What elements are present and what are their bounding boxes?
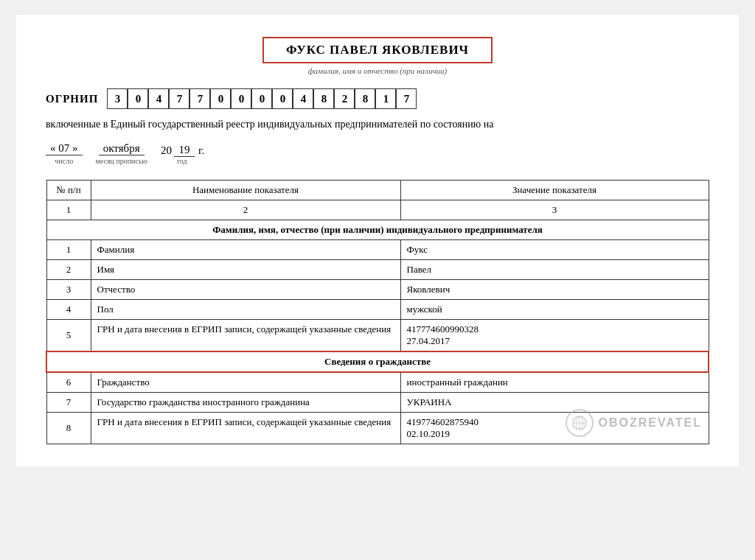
row7-name: Государство гражданства иностранного гра… (91, 393, 400, 413)
section1-header-cell: Фамилия, имя, отчество (при наличии) инд… (46, 220, 709, 240)
watermark-text: OBOZREVATEL (598, 416, 702, 430)
row1-value: Фукс (400, 240, 709, 260)
date-section: « 07 » число октября месяц прописью 20 1… (46, 142, 709, 165)
ogrn-digit: 0 (210, 88, 231, 109)
ogrn-digit: 0 (272, 88, 293, 109)
section1-header-row: Фамилия, имя, отчество (при наличии) инд… (46, 220, 709, 240)
name-subtitle: фамилия, имя и отчество (при наличии) (308, 66, 448, 75)
col-num-3: 3 (400, 200, 709, 220)
col-header-value: Значение показателя (400, 181, 709, 200)
row2-value: Павел (400, 260, 709, 280)
month-label: месяц прописью (96, 157, 147, 165)
row8-num: 8 (46, 413, 91, 444)
row3-name: Отчество (91, 280, 400, 300)
row7-num: 7 (46, 393, 91, 413)
document: ФУКС ПАВЕЛ ЯКОВЛЕВИЧ фамилия, имя и отче… (16, 15, 739, 466)
section2-header-row: Сведения о гражданстве (46, 351, 709, 372)
main-table: № п/п Наименование показателя Значение п… (46, 180, 709, 444)
watermark-globe-icon (571, 415, 588, 431)
table-row: 2 Имя Павел (46, 260, 709, 280)
date-day: « 07 » число (46, 142, 83, 165)
table-row: 5 ГРН и дата внесения в ЕГРИП записи, со… (46, 320, 709, 352)
ogrn-cells: 304770000482817 (107, 88, 417, 109)
day-label: число (55, 157, 73, 165)
ogrn-digit: 7 (396, 88, 417, 109)
ogrn-digit: 0 (231, 88, 251, 109)
table-row: 6 Гражданство иностранный гражданин (46, 372, 709, 393)
month-value: октября (99, 142, 145, 155)
row1-name: Фамилия (91, 240, 400, 260)
year-label: год (177, 157, 187, 165)
day-value: « 07 » (46, 142, 83, 155)
row5-num: 5 (46, 320, 91, 352)
year-prefix: 20 (161, 144, 172, 157)
section1-header-text: Фамилия, имя, отчество (при наличии) инд… (212, 224, 543, 235)
row6-name: Гражданство (91, 372, 400, 393)
ogrn-digit: 8 (313, 88, 334, 109)
ogrn-digit: 4 (293, 88, 313, 109)
row4-name: Пол (91, 300, 400, 320)
ogrn-digit: 8 (355, 88, 375, 109)
ogrn-digit: 7 (169, 88, 189, 109)
header-section: ФУКС ПАВЕЛ ЯКОВЛЕВИЧ фамилия, имя и отче… (46, 37, 709, 75)
full-name: ФУКС ПАВЕЛ ЯКОВЛЕВИЧ (286, 43, 469, 57)
row6-num: 6 (46, 372, 91, 393)
table-row: 4 Пол мужской (46, 300, 709, 320)
row8-name: ГРН и дата внесения в ЕГРИП записи, соде… (91, 413, 400, 444)
ogrn-section: ОГРНИП 304770000482817 (46, 88, 709, 109)
row6-value: иностранный гражданин (400, 372, 709, 393)
ogrn-digit: 0 (251, 88, 272, 109)
ogrn-digit: 2 (334, 88, 355, 109)
ogrn-digit: 1 (375, 88, 396, 109)
year-digits: 19 (174, 144, 195, 157)
col-num-2: 2 (91, 200, 400, 220)
table-row: 1 Фамилия Фукс (46, 240, 709, 260)
row5-name: ГРН и дата внесения в ЕГРИП записи, соде… (91, 320, 400, 352)
col-numbers-row: 1 2 3 (46, 200, 709, 220)
row1-num: 1 (46, 240, 91, 260)
ogrn-label: ОГРНИП (46, 93, 98, 105)
row2-name: Имя (91, 260, 400, 280)
row4-value: мужской (400, 300, 709, 320)
year-char: г. (198, 144, 204, 157)
col-header-num: № п/п (46, 181, 91, 200)
section2-header-cell: Сведения о гражданстве (46, 351, 709, 372)
name-box: ФУКС ПАВЕЛ ЯКОВЛЕВИЧ (262, 37, 493, 63)
watermark-circle (566, 409, 594, 437)
date-month: октября месяц прописью (96, 142, 147, 165)
row3-num: 3 (46, 280, 91, 300)
ogrn-digit: 3 (107, 88, 128, 109)
ogrn-digit: 0 (128, 88, 148, 109)
table-row: 3 Отчество Яковлевич (46, 280, 709, 300)
col-header-name: Наименование показателя (91, 181, 400, 200)
registry-text: включенные в Единый государственный реес… (46, 116, 709, 132)
row3-value: Яковлевич (400, 280, 709, 300)
ogrn-digit: 7 (189, 88, 210, 109)
table-header-row: № п/п Наименование показателя Значение п… (46, 181, 709, 200)
year-row: 20 19 г. (161, 144, 204, 157)
row5-value: 41777460099032827.04.2017 (400, 320, 709, 352)
watermark: OBOZREVATEL (566, 409, 702, 437)
date-year-group: 20 19 г. год (161, 144, 204, 165)
row4-num: 4 (46, 300, 91, 320)
row2-num: 2 (46, 260, 91, 280)
col-num-1: 1 (46, 200, 91, 220)
ogrn-digit: 4 (148, 88, 169, 109)
